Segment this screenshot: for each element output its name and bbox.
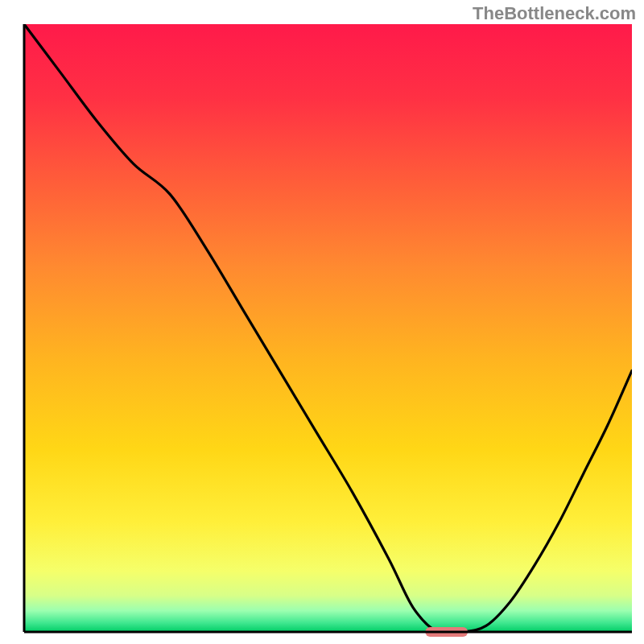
chart-viewport: TheBottleneck.com xyxy=(0,0,644,644)
watermark-text: TheBottleneck.com xyxy=(473,3,636,24)
gradient-background xyxy=(24,24,632,632)
bottleneck-chart xyxy=(0,0,644,644)
